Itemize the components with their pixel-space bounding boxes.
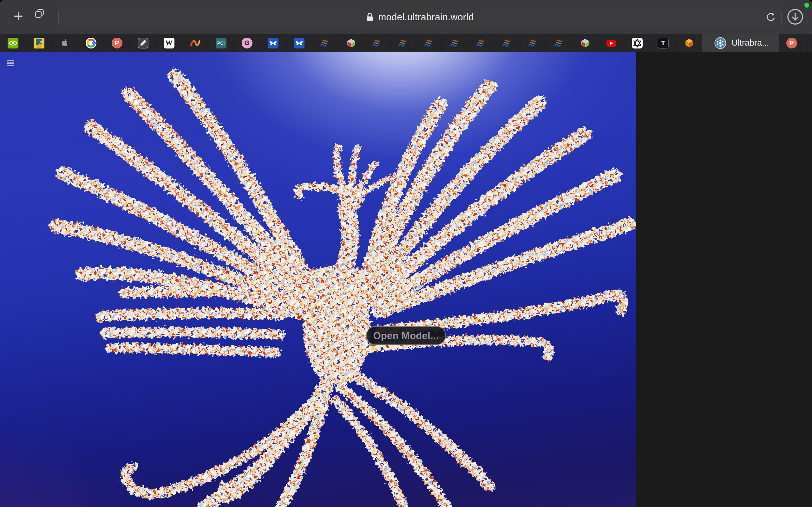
- tab-google[interactable]: [78, 34, 104, 52]
- pci-icon: PCi: [216, 38, 226, 49]
- rgb-waves-icon: [476, 38, 487, 49]
- download-icon: [786, 8, 804, 25]
- youtube-icon: [606, 38, 617, 49]
- tab-apple[interactable]: [52, 34, 78, 52]
- browser-toolbar: + model.ultrabrain.world: [0, 0, 812, 34]
- tab-rgb-cube-1[interactable]: [338, 34, 364, 52]
- orange-box-icon: [684, 38, 695, 49]
- tab-butterfly-1[interactable]: [260, 34, 286, 52]
- tab-bar: P W PCi: [0, 34, 812, 52]
- pencil-icon: [138, 38, 148, 49]
- nvidia-icon: [8, 38, 18, 49]
- rgb-waves-icon: [502, 38, 513, 49]
- url-text: model.ultrabrain.world: [378, 12, 474, 22]
- phoenix-tail: [125, 381, 328, 507]
- pixel-robot-icon: [34, 38, 44, 49]
- wikipedia-icon: W: [164, 38, 174, 49]
- tab-orange-wave[interactable]: [182, 34, 208, 52]
- rgb-waves-icon: [450, 38, 461, 49]
- active-tab-title: Ultrabra...: [731, 38, 769, 48]
- hamburger-menu-icon: [7, 60, 14, 61]
- tab-rgb-waves-8[interactable]: [520, 34, 546, 52]
- status-dot: [804, 3, 809, 8]
- tab-active-ultrabrain[interactable]: Ultrabra...: [702, 34, 779, 52]
- reload-icon: [765, 11, 776, 23]
- tab-overview-button[interactable]: [34, 8, 51, 25]
- tab-rgb-waves-7[interactable]: [494, 34, 520, 52]
- g-pink-icon: G: [242, 38, 252, 49]
- tab-t-shield[interactable]: T: [650, 34, 676, 52]
- rgb-waves-icon: [554, 38, 565, 49]
- rgb-cube-icon: [346, 38, 357, 49]
- rgb-waves-icon: [320, 38, 331, 49]
- tab-nvidia[interactable]: [0, 34, 26, 52]
- tab-overview-icon: [34, 8, 45, 19]
- hamburger-menu-icon: [7, 65, 14, 66]
- butterfly-icon: [294, 38, 305, 49]
- tab-rgb-waves-5[interactable]: [442, 34, 468, 52]
- downloads-button[interactable]: [786, 8, 804, 25]
- tab-product-hunt[interactable]: P: [104, 34, 130, 52]
- phoenix-artwork: [0, 52, 636, 507]
- tab-rgb-waves-1[interactable]: [312, 34, 338, 52]
- phoenix-left-wing: [55, 76, 309, 353]
- phoenix-body: [298, 186, 376, 386]
- lock-icon: [366, 12, 374, 22]
- google-icon: [86, 38, 96, 49]
- browser-window: + model.ultrabrain.world: [0, 0, 812, 507]
- new-tab-button[interactable]: +: [9, 8, 27, 25]
- page-content: Open Model...: [0, 52, 812, 507]
- rgb-waves-icon: [398, 38, 409, 49]
- tab-butterfly-2[interactable]: [286, 34, 312, 52]
- tab-editor[interactable]: [130, 34, 156, 52]
- tab-g-pink[interactable]: G: [234, 34, 260, 52]
- tab-product-hunt-2[interactable]: P: [779, 34, 804, 52]
- rgb-waves-icon: [424, 38, 435, 49]
- tab-rgb-waves-3[interactable]: [390, 34, 416, 52]
- rgb-cube-icon: [580, 38, 591, 49]
- hero-artwork: [0, 52, 636, 507]
- tab-pci[interactable]: PCi: [208, 34, 234, 52]
- tab-rgb-waves-2[interactable]: [364, 34, 390, 52]
- address-bar[interactable]: model.ultrabrain.world: [58, 7, 781, 27]
- open-model-button[interactable]: Open Model...: [366, 326, 446, 345]
- tab-rgb-waves-6[interactable]: [468, 34, 494, 52]
- openai-icon: [632, 38, 643, 49]
- hamburger-menu-icon: [7, 62, 14, 64]
- orange-wave-icon: [190, 38, 200, 49]
- plus-icon: +: [14, 7, 23, 25]
- tab-rgb-waves-4[interactable]: [416, 34, 442, 52]
- rgb-waves-icon: [528, 38, 539, 49]
- product-hunt-icon: P: [786, 38, 797, 49]
- butterfly-icon: [268, 38, 278, 49]
- reload-button[interactable]: [765, 11, 776, 23]
- ultrabrain-favicon: [714, 37, 726, 49]
- phoenix-right-wing: [336, 87, 629, 507]
- tab-pixel-k[interactable]: [26, 34, 52, 52]
- rgb-waves-icon: [372, 38, 383, 49]
- tab-openai[interactable]: [624, 34, 650, 52]
- tab-rgb-waves-9[interactable]: [546, 34, 572, 52]
- product-hunt-icon: P: [112, 38, 122, 49]
- menu-button[interactable]: [6, 57, 19, 71]
- tab-rgb-cube-2[interactable]: [572, 34, 598, 52]
- tab-youtube[interactable]: [598, 34, 624, 52]
- tab-microsoft[interactable]: [804, 34, 812, 52]
- apple-icon: [60, 38, 70, 49]
- t-shield-icon: T: [658, 38, 669, 49]
- tab-wikipedia[interactable]: W: [156, 34, 182, 52]
- tab-orange-box[interactable]: [676, 34, 702, 52]
